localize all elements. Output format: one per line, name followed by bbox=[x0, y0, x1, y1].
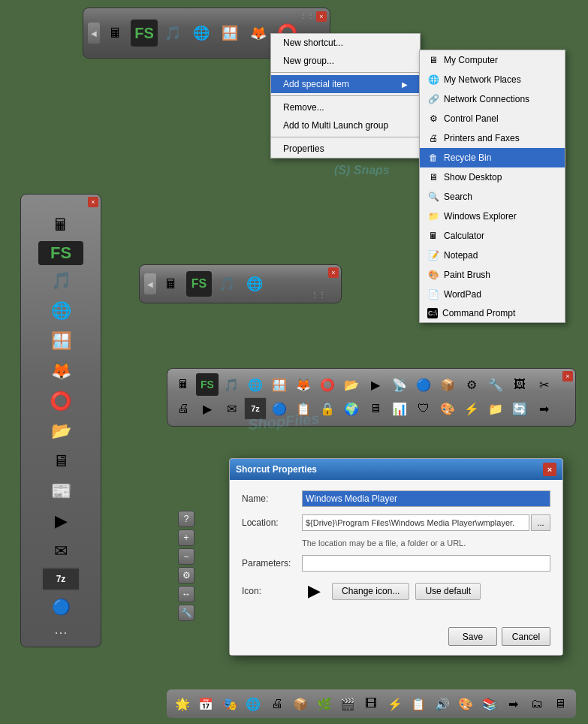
lt-icon-15[interactable]: 🖼 bbox=[508, 373, 531, 396]
left-icon-folder[interactable]: 📂 bbox=[31, 417, 91, 445]
left-toolbar[interactable]: × 🖩 FS 🎵 🌐 🪟 🦊 ⭕ 📂 🖥 📰 ▶ ✉ 7z 🔵 ⋯ bbox=[20, 194, 101, 647]
context-menu-add-special[interactable]: Add special item ▶ bbox=[271, 75, 420, 93]
submenu-my-network[interactable]: 🌐 My Network Places bbox=[420, 70, 565, 89]
dialog-change-icon-button[interactable]: Change icon... bbox=[332, 583, 409, 600]
lt-icon-26[interactable]: 📊 bbox=[388, 397, 411, 420]
bottom-icon-15[interactable]: ➡ bbox=[502, 692, 524, 715]
left-icon-chrome[interactable]: 🌐 bbox=[31, 297, 91, 325]
left-icon-calculator[interactable]: 🖩 bbox=[31, 211, 91, 240]
lt-icon-24[interactable]: 🌍 bbox=[340, 397, 363, 420]
mini-icon-calculator[interactable]: 🖩 bbox=[158, 271, 184, 297]
submenu-network-connections[interactable]: 🔗 Network Connections bbox=[420, 89, 565, 109]
lt-icon-30[interactable]: 📁 bbox=[484, 397, 507, 420]
toolbar-icon-firefox[interactable]: 🦊 bbox=[245, 20, 272, 47]
top-toolbar-left-arrow[interactable]: ◀ bbox=[88, 23, 100, 44]
submenu-my-computer[interactable]: 🖥 My Computer bbox=[420, 50, 565, 70]
lt-icon-5[interactable]: 🪟 bbox=[268, 373, 291, 396]
left-toolbar-close[interactable]: × bbox=[88, 197, 98, 207]
dialog-close-button[interactable]: × bbox=[543, 463, 556, 476]
bottom-icon-8[interactable]: 🎬 bbox=[336, 692, 358, 715]
lmc-arrows[interactable]: ↔ bbox=[178, 586, 194, 602]
bottom-icon-5[interactable]: 🖨 bbox=[266, 692, 288, 715]
submenu-control-panel[interactable]: ⚙ Control Panel bbox=[420, 109, 565, 128]
left-icon-system[interactable]: 🖥 bbox=[31, 447, 91, 475]
lt-icon-18[interactable]: ▶ bbox=[196, 397, 219, 420]
lt-icon-7[interactable]: ⭕ bbox=[316, 373, 339, 396]
lt-icon-21[interactable]: 🔵 bbox=[268, 397, 291, 420]
left-icon-firefox[interactable]: 🦊 bbox=[31, 357, 91, 385]
dialog-browse-button[interactable]: ... bbox=[531, 514, 550, 531]
lt-icon-1[interactable]: 🖩 bbox=[172, 373, 194, 396]
toolbar-icon-fs[interactable]: FS bbox=[131, 20, 158, 47]
bottom-icon-13[interactable]: 🎨 bbox=[455, 692, 477, 715]
bottom-icon-17[interactable]: 🖥 bbox=[550, 692, 571, 715]
lt-icon-16[interactable]: ✂ bbox=[532, 373, 555, 396]
left-toolbar-more[interactable]: ⋯ bbox=[53, 623, 69, 642]
context-menu-new-group[interactable]: New group... bbox=[271, 52, 420, 70]
submenu-show-desktop[interactable]: 🖥 Show Desktop bbox=[420, 167, 565, 187]
mini-icon-chrome[interactable]: 🌐 bbox=[242, 271, 267, 297]
lt-icon-17[interactable]: 🖨 bbox=[172, 397, 194, 420]
left-icon-news[interactable]: 📰 bbox=[31, 477, 91, 505]
lt-icon-19[interactable]: ✉ bbox=[220, 397, 243, 420]
lt-icon-10[interactable]: 📡 bbox=[388, 373, 411, 396]
dialog-use-default-button[interactable]: Use default bbox=[415, 583, 481, 600]
submenu-calculator[interactable]: 🖩 Calculator bbox=[420, 226, 565, 246]
lt-icon-12[interactable]: 📦 bbox=[436, 373, 459, 396]
bottom-icon-3[interactable]: 🎭 bbox=[219, 692, 240, 715]
lt-icon-22[interactable]: 📋 bbox=[292, 397, 315, 420]
large-toolbar[interactable]: × 🖩 FS 🎵 🌐 🪟 🦊 ⭕ 📂 ▶ 📡 🔵 📦 ⚙ 🔧 🖼 ✂ 🖨 ▶ ✉… bbox=[167, 368, 576, 427]
left-icon-media[interactable]: ▶ bbox=[31, 507, 91, 535]
mini-icon-itunes[interactable]: 🎵 bbox=[214, 271, 240, 297]
bottom-icon-6[interactable]: 📦 bbox=[289, 692, 311, 715]
toolbar-icon-chrome[interactable]: 🌐 bbox=[188, 20, 215, 47]
submenu-cmd[interactable]: C:\ Command Prompt bbox=[420, 304, 565, 322]
mini-toolbar[interactable]: × ◀ 🖩 FS 🎵 🌐 ⋮⋮ bbox=[139, 264, 342, 303]
lmc-wrench[interactable]: 🔧 bbox=[178, 605, 194, 621]
submenu-wordpad[interactable]: 📄 WordPad bbox=[420, 285, 565, 304]
lt-icon-11[interactable]: 🔵 bbox=[412, 373, 435, 396]
lt-icon-3[interactable]: 🎵 bbox=[220, 373, 243, 396]
bottom-icon-2[interactable]: 📅 bbox=[194, 692, 216, 715]
toolbar-icon-calculator[interactable]: 🖩 bbox=[102, 20, 129, 47]
submenu-printers[interactable]: 🖨 Printers and Faxes bbox=[420, 128, 565, 148]
bottom-icon-11[interactable]: 📋 bbox=[408, 692, 430, 715]
bottom-icon-4[interactable]: 🌐 bbox=[242, 692, 264, 715]
dialog-parameters-input[interactable] bbox=[302, 555, 550, 572]
lt-icon-9[interactable]: ▶ bbox=[364, 373, 387, 396]
left-icon-email[interactable]: ✉ bbox=[31, 537, 91, 566]
left-icon-bluetooth[interactable]: 🔵 bbox=[31, 593, 91, 621]
submenu-notepad[interactable]: 📝 Notepad bbox=[420, 246, 565, 265]
left-icon-itunes[interactable]: 🎵 bbox=[31, 267, 91, 295]
bottom-icon-1[interactable]: 🌟 bbox=[171, 692, 193, 715]
lt-icon-2[interactable]: FS bbox=[196, 373, 219, 396]
bottom-icon-7[interactable]: 🌿 bbox=[313, 692, 335, 715]
lt-icon-8[interactable]: 📂 bbox=[340, 373, 363, 396]
lt-icon-14[interactable]: 🔧 bbox=[484, 373, 507, 396]
dialog-cancel-button[interactable]: Cancel bbox=[502, 627, 550, 646]
context-menu-add-multi[interactable]: Add to Multi Launch group bbox=[271, 116, 420, 134]
lt-icon-6[interactable]: 🦊 bbox=[292, 373, 315, 396]
lt-icon-20[interactable]: 7z bbox=[244, 397, 267, 420]
lmc-question[interactable]: ? bbox=[178, 511, 194, 527]
dialog-location-input[interactable] bbox=[302, 514, 529, 531]
left-icon-7zip[interactable]: 7z bbox=[41, 567, 80, 591]
bottom-icon-9[interactable]: 🎞 bbox=[360, 692, 382, 715]
left-icon-windows[interactable]: 🪟 bbox=[31, 327, 91, 355]
submenu-paintbrush[interactable]: 🎨 Paint Brush bbox=[420, 265, 565, 285]
lt-icon-31[interactable]: 🔄 bbox=[508, 397, 531, 420]
bottom-icon-10[interactable]: ⚡ bbox=[384, 692, 406, 715]
dialog-save-button[interactable]: Save bbox=[448, 627, 497, 646]
mini-icon-fs[interactable]: FS bbox=[186, 271, 212, 297]
submenu-search[interactable]: 🔍 Search bbox=[420, 187, 565, 207]
lmc-plus[interactable]: + bbox=[178, 529, 194, 546]
bottom-icon-16[interactable]: 🗂 bbox=[526, 692, 547, 715]
bottom-icon-14[interactable]: 📚 bbox=[478, 692, 500, 715]
lt-icon-28[interactable]: 🎨 bbox=[436, 397, 459, 420]
context-menu-remove[interactable]: Remove... bbox=[271, 98, 420, 116]
toolbar-icon-itunes[interactable]: 🎵 bbox=[159, 20, 186, 47]
lt-icon-4[interactable]: 🌐 bbox=[244, 373, 267, 396]
lmc-settings[interactable]: ⚙ bbox=[178, 567, 194, 584]
toolbar-icon-windows[interactable]: 🪟 bbox=[216, 20, 243, 47]
submenu-explorer[interactable]: 📁 Windows Explorer bbox=[420, 207, 565, 226]
